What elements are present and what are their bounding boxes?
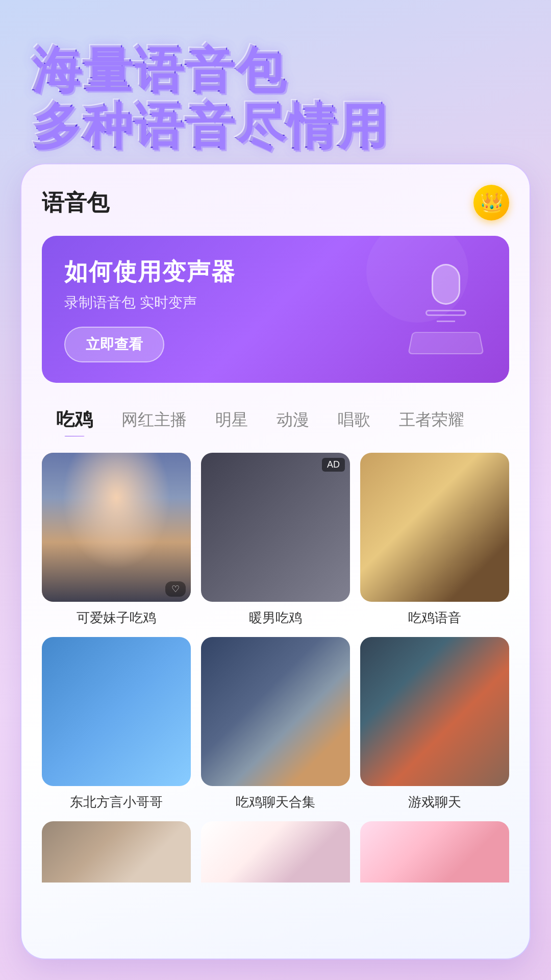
tab-mingxing[interactable]: 明星 — [201, 405, 262, 435]
banner-mic-icon — [405, 274, 487, 345]
mic-visual — [410, 264, 482, 355]
item-label: 吃鸡语音 — [408, 609, 461, 627]
heart-badge: ♡ — [165, 581, 186, 597]
mic-stand — [425, 310, 466, 316]
thumb-man1: AD — [201, 453, 350, 602]
tab-wangzhe[interactable]: 王者荣耀 — [385, 405, 479, 435]
crown-emoji: 👑 — [480, 191, 504, 214]
list-item[interactable]: 吃鸡语音 — [360, 453, 509, 627]
tab-dongman[interactable]: 动漫 — [262, 405, 323, 435]
img-anime1 — [201, 821, 350, 883]
img-anime2 — [360, 821, 509, 883]
thumb-cartoon-boy — [42, 637, 191, 786]
thumb-anime1[interactable] — [201, 821, 350, 883]
item-label: 吃鸡聊天合集 — [236, 793, 315, 811]
banner-title: 如何使用变声器 — [64, 256, 405, 288]
item-label: 可爱妹子吃鸡 — [77, 609, 156, 627]
crown-icon[interactable]: 👑 — [473, 185, 509, 220]
tab-wanghong[interactable]: 网红主播 — [107, 405, 201, 435]
list-item[interactable]: 东北方言小哥哥 — [42, 637, 191, 811]
img-cartoon-boy — [42, 637, 191, 786]
item-label: 游戏聊天 — [408, 793, 461, 811]
banner-content: 如何使用变声器 录制语音包 实时变声 立即查看 — [64, 256, 405, 362]
list-item[interactable]: AD 暖男吃鸡 — [201, 453, 350, 627]
hero-title-line2: 多种语音尽情用 — [31, 97, 520, 153]
banner-cta-button[interactable]: 立即查看 — [64, 327, 164, 362]
thumb-girl1: ♡ — [42, 453, 191, 602]
list-item[interactable]: 吃鸡聊天合集 — [201, 637, 350, 811]
tab-changge[interactable]: 唱歌 — [323, 405, 385, 435]
mic-base — [437, 317, 455, 322]
list-item[interactable]: 游戏聊天 — [360, 637, 509, 811]
grid-row-2: 东北方言小哥哥 吃鸡聊天合集 游戏聊天 — [42, 637, 509, 811]
thumb-woman1 — [360, 453, 509, 602]
thumb-game-night — [201, 637, 350, 786]
main-card: 语音包 👑 如何使用变声器 录制语音包 实时变声 立即查看 吃鸡 网红主播 明星… — [20, 163, 531, 960]
banner-subtitle: 录制语音包 实时变声 — [64, 293, 405, 312]
thumb-girl2[interactable] — [42, 821, 191, 883]
tab-chiji[interactable]: 吃鸡 — [42, 403, 107, 436]
grid-row-1: ♡ 可爱妹子吃鸡 AD 暖男吃鸡 吃鸡语音 — [42, 453, 509, 627]
list-item[interactable]: ♡ 可爱妹子吃鸡 — [42, 453, 191, 627]
img-girl2 — [42, 821, 191, 883]
img-woman1 — [360, 453, 509, 602]
category-tabs: 吃鸡 网红主播 明星 动漫 唱歌 王者荣耀 — [42, 403, 509, 436]
img-game-squad — [360, 637, 509, 786]
thumb-anime2[interactable] — [360, 821, 509, 883]
item-label: 暖男吃鸡 — [249, 609, 302, 627]
promo-banner[interactable]: 如何使用变声器 录制语音包 实时变声 立即查看 — [42, 236, 509, 383]
item-label: 东北方言小哥哥 — [70, 793, 163, 811]
card-header: 语音包 👑 — [42, 185, 509, 220]
ad-badge: AD — [322, 458, 345, 472]
grid-row-3-partial — [42, 821, 509, 883]
mic-body — [432, 264, 460, 305]
img-girl1 — [42, 453, 191, 602]
thumb-game-squad — [360, 637, 509, 786]
hero-title-line1: 海量语音包 — [31, 41, 520, 97]
card-title: 语音包 — [42, 188, 109, 218]
mic-platform — [408, 332, 484, 354]
img-man1 — [201, 453, 350, 602]
hero-section: 海量语音包 多种语音尽情用 — [31, 41, 520, 154]
img-game-night — [201, 637, 350, 786]
